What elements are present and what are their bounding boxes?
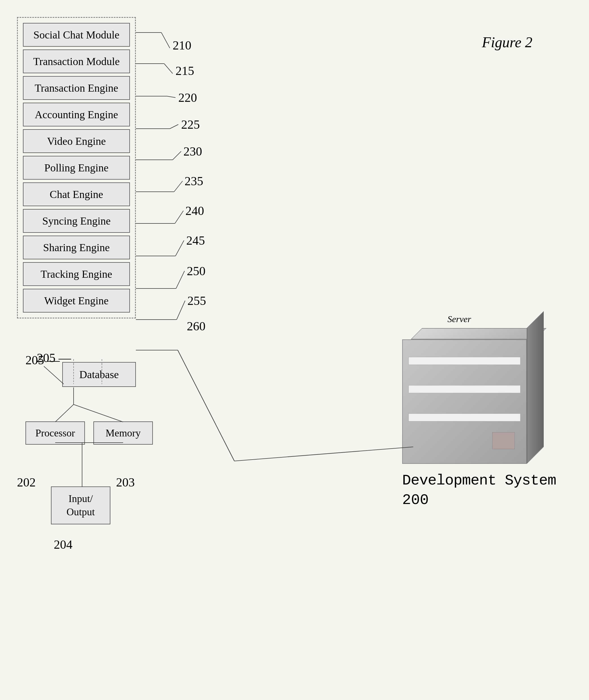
module-container: Social Chat ModuleTransaction ModuleTran… xyxy=(17,17,136,318)
server-top-face xyxy=(411,328,547,339)
tracking-engine-box: Tracking Engine xyxy=(23,262,130,286)
svg-line-44 xyxy=(44,366,64,384)
server-box: Server xyxy=(402,328,544,464)
memory-box: Memory xyxy=(93,421,153,445)
io-ref: 204 xyxy=(54,538,72,552)
dev-system-label: Development System xyxy=(402,472,566,489)
svg-line-4 xyxy=(164,64,173,73)
svg-line-25 xyxy=(176,271,185,289)
svg-text:230: 230 xyxy=(183,144,202,158)
svg-line-39 xyxy=(73,404,123,422)
svg-line-31 xyxy=(178,350,234,461)
db-ref-label: 205 — xyxy=(25,353,60,367)
accounting-engine-box: Accounting Engine xyxy=(23,103,130,126)
svg-line-1 xyxy=(161,32,170,48)
svg-text:255: 255 xyxy=(187,294,206,308)
io-box: Input/Output xyxy=(51,486,111,524)
svg-line-19 xyxy=(175,211,183,224)
server-indicator xyxy=(492,432,515,449)
social-chat-module-box: Social Chat Module xyxy=(23,23,130,47)
processor-ref: 202 xyxy=(17,475,36,489)
server-front-face xyxy=(402,339,527,464)
svg-text:215: 215 xyxy=(176,64,194,78)
server-container: Server Development System 200 xyxy=(402,328,566,508)
widget-engine-box: Widget Engine xyxy=(23,289,130,313)
database-label: Database xyxy=(79,369,119,380)
svg-line-42 xyxy=(178,350,234,461)
svg-text:210: 210 xyxy=(173,38,191,52)
sharing-engine-box: Sharing Engine xyxy=(23,236,130,259)
svg-text:250: 250 xyxy=(187,264,205,278)
svg-text:260: 260 xyxy=(187,319,205,333)
svg-text:240: 240 xyxy=(185,204,204,218)
server-slot-3 xyxy=(408,413,521,421)
video-engine-box: Video Engine xyxy=(23,129,130,153)
svg-line-43 xyxy=(234,447,413,461)
memory-ref: 203 xyxy=(116,475,135,489)
svg-line-22 xyxy=(176,241,184,256)
processor-label: Processor xyxy=(35,427,75,439)
svg-text:235: 235 xyxy=(185,174,203,188)
transaction-engine-box: Transaction Engine xyxy=(23,76,130,100)
polling-engine-box: Polling Engine xyxy=(23,156,130,180)
svg-line-13 xyxy=(173,151,181,160)
svg-line-28 xyxy=(177,301,185,320)
server-side-face xyxy=(527,311,544,464)
database-box: Database xyxy=(62,362,136,387)
server-label: Server xyxy=(447,314,471,324)
memory-label: Memory xyxy=(106,427,141,439)
dev-system-ref: 200 xyxy=(402,492,566,508)
svg-text:220: 220 xyxy=(178,91,197,105)
processor-box: Processor xyxy=(25,421,85,445)
syncing-engine-box: Syncing Engine xyxy=(23,209,130,233)
transaction-module-box: Transaction Module xyxy=(23,49,130,73)
svg-line-7 xyxy=(167,96,176,97)
svg-line-10 xyxy=(170,124,178,129)
svg-line-16 xyxy=(174,181,183,192)
svg-line-38 xyxy=(55,404,73,422)
server-slot-2 xyxy=(408,385,521,393)
chat-engine-box: Chat Engine xyxy=(23,183,130,206)
figure-label: Figure 2 xyxy=(482,34,532,51)
svg-text:245: 245 xyxy=(186,234,205,248)
server-slot-1 xyxy=(408,357,521,365)
svg-text:225: 225 xyxy=(181,118,200,131)
